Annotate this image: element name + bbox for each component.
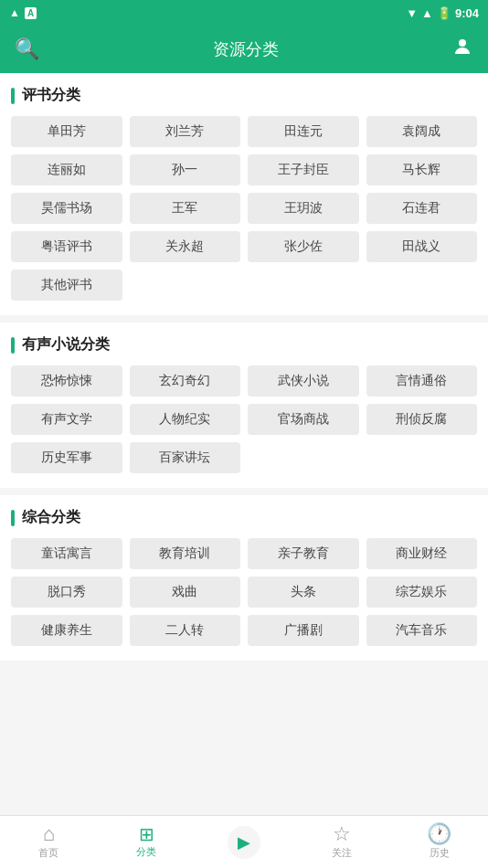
nav-history-label: 历史 — [430, 846, 450, 860]
category-tag[interactable]: 综艺娱乐 — [366, 577, 478, 608]
section-pingbook: 评书分类单田芳刘兰芳田连元袁阔成连丽如孙一王子封臣马长辉昊儒书场王军王玥波石连君… — [0, 73, 488, 315]
category-tag[interactable]: 亲子教育 — [248, 538, 359, 569]
signal-icon: ▲ — [421, 6, 433, 20]
category-tag[interactable]: 刘兰芳 — [130, 116, 241, 147]
status-bar: ▲ A ▼ ▲ 🔋 9:04 — [0, 0, 488, 26]
nav-history[interactable]: 🕐 历史 — [390, 824, 488, 860]
svg-point-0 — [459, 39, 466, 47]
category-tag[interactable]: 关永超 — [130, 231, 241, 262]
category-tag[interactable]: 连丽如 — [11, 154, 122, 185]
home-icon: ⌂ — [43, 824, 55, 844]
tag-grid-audionovel: 恐怖惊悚玄幻奇幻武侠小说言情通俗有声文学人物纪实官场商战刑侦反腐历史军事百家讲坛 — [11, 365, 477, 473]
category-tag[interactable]: 童话寓言 — [11, 538, 122, 569]
search-icon[interactable]: 🔍 — [15, 37, 39, 61]
section-title-text: 综合分类 — [22, 508, 80, 527]
bottom-nav: ⌂ 首页 ⊞ 分类 ▶ ☆ 关注 🕐 历史 — [0, 815, 488, 868]
category-tag[interactable]: 恐怖惊悚 — [11, 365, 122, 397]
category-tag[interactable]: 头条 — [248, 577, 359, 608]
category-tag[interactable]: 王玥波 — [248, 193, 359, 224]
category-tag[interactable]: 二人转 — [130, 615, 241, 646]
category-tag[interactable]: 单田芳 — [11, 116, 122, 147]
top-bar: 🔍 资源分类 — [0, 26, 488, 73]
category-icon: ⊞ — [139, 825, 154, 843]
section-title-text: 评书分类 — [22, 86, 80, 105]
nav-play[interactable]: ▶ — [196, 826, 293, 859]
title-bar-indicator — [11, 337, 15, 354]
category-tag[interactable]: 昊儒书场 — [11, 193, 122, 224]
category-tag[interactable]: 石连君 — [366, 193, 478, 224]
category-tag[interactable]: 粤语评书 — [11, 231, 122, 262]
notification-icon: ▲ — [9, 6, 20, 19]
status-right: ▼ ▲ 🔋 9:04 — [406, 6, 479, 20]
category-tag[interactable]: 官场商战 — [248, 404, 359, 435]
category-tag[interactable]: 有声文学 — [11, 404, 122, 435]
app-icon: A — [25, 7, 37, 19]
wifi-icon: ▼ — [406, 6, 418, 20]
play-button[interactable]: ▶ — [228, 826, 260, 859]
category-tag[interactable]: 广播剧 — [248, 615, 359, 646]
tag-grid-pingbook: 单田芳刘兰芳田连元袁阔成连丽如孙一王子封臣马长辉昊儒书场王军王玥波石连君粤语评书… — [11, 116, 477, 301]
category-tag[interactable]: 张少佐 — [248, 231, 359, 262]
category-tag[interactable]: 历史军事 — [11, 442, 122, 473]
section-title-comprehensive: 综合分类 — [11, 508, 477, 527]
category-tag[interactable]: 袁阔成 — [366, 116, 478, 147]
category-tag[interactable]: 王军 — [130, 193, 241, 224]
section-title-text: 有声小说分类 — [22, 335, 110, 355]
category-tag[interactable]: 马长辉 — [366, 154, 478, 185]
nav-category[interactable]: ⊞ 分类 — [98, 825, 196, 859]
time-display: 9:04 — [455, 6, 479, 20]
category-tag[interactable]: 孙一 — [130, 154, 241, 185]
section-comprehensive: 综合分类童话寓言教育培训亲子教育商业财经脱口秀戏曲头条综艺娱乐健康养生二人转广播… — [0, 495, 488, 661]
section-title-audionovel: 有声小说分类 — [11, 335, 477, 355]
category-tag[interactable]: 刑侦反腐 — [366, 404, 478, 435]
history-icon: 🕐 — [427, 824, 451, 844]
category-tag[interactable]: 汽车音乐 — [366, 615, 478, 646]
battery-icon: 🔋 — [437, 6, 451, 20]
user-icon[interactable] — [451, 36, 473, 63]
category-tag[interactable]: 田连元 — [248, 116, 359, 147]
category-tag[interactable]: 健康养生 — [11, 615, 122, 646]
category-tag[interactable]: 田战义 — [366, 231, 478, 262]
category-tag[interactable]: 人物纪实 — [130, 404, 241, 435]
nav-home-label: 首页 — [38, 846, 58, 860]
category-tag[interactable]: 商业财经 — [366, 538, 478, 569]
title-bar-indicator — [11, 510, 15, 526]
page-title: 资源分类 — [213, 38, 279, 60]
category-tag[interactable]: 教育培训 — [130, 538, 241, 569]
category-tag[interactable]: 言情通俗 — [366, 365, 478, 397]
category-tag[interactable]: 百家讲坛 — [130, 442, 241, 473]
follow-icon: ☆ — [333, 824, 351, 844]
play-icon: ▶ — [238, 832, 250, 852]
nav-follow[interactable]: ☆ 关注 — [292, 824, 390, 860]
status-left: ▲ A — [9, 6, 37, 19]
category-tag[interactable]: 其他评书 — [11, 270, 122, 301]
tag-grid-comprehensive: 童话寓言教育培训亲子教育商业财经脱口秀戏曲头条综艺娱乐健康养生二人转广播剧汽车音… — [11, 538, 477, 646]
category-tag[interactable]: 脱口秀 — [11, 577, 122, 608]
section-audionovel: 有声小说分类恐怖惊悚玄幻奇幻武侠小说言情通俗有声文学人物纪实官场商战刑侦反腐历史… — [0, 323, 488, 488]
section-title-pingbook: 评书分类 — [11, 86, 477, 105]
category-tag[interactable]: 戏曲 — [130, 577, 241, 608]
main-content: 评书分类单田芳刘兰芳田连元袁阔成连丽如孙一王子封臣马长辉昊儒书场王军王玥波石连君… — [0, 73, 488, 868]
title-bar-indicator — [11, 88, 15, 104]
nav-home[interactable]: ⌂ 首页 — [0, 824, 98, 860]
category-tag[interactable]: 武侠小说 — [248, 365, 359, 397]
category-tag[interactable]: 玄幻奇幻 — [130, 365, 241, 397]
nav-category-label: 分类 — [136, 845, 156, 859]
nav-follow-label: 关注 — [332, 846, 352, 860]
category-tag[interactable]: 王子封臣 — [248, 154, 359, 185]
